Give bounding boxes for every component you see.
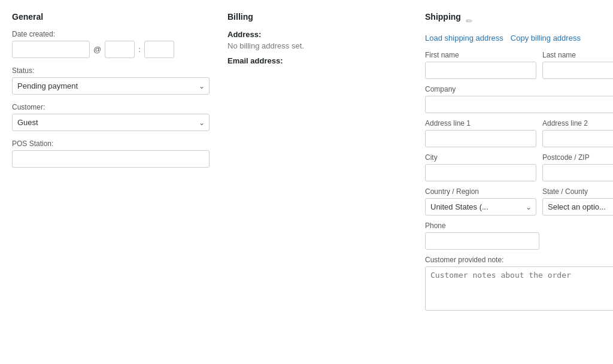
phone-input[interactable]	[425, 232, 539, 250]
minute-input[interactable]: 57	[144, 41, 174, 58]
company-input[interactable]	[425, 96, 613, 113]
copy-billing-link[interactable]: Copy billing address	[511, 34, 581, 43]
address2-label: Address line 2	[542, 119, 613, 128]
hour-input[interactable]: 10	[105, 41, 135, 58]
country-select[interactable]: United States (... Canada United Kingdom…	[425, 198, 536, 216]
customer-note-textarea[interactable]	[425, 266, 613, 311]
phone-label: Phone	[425, 222, 539, 230]
customer-label: Customer:	[12, 103, 210, 111]
state-select[interactable]: Select an optio... Alabama Alaska Arizon…	[542, 198, 613, 216]
note-label: Customer provided note:	[425, 256, 613, 264]
shipping-title: Shipping	[425, 12, 461, 22]
pos-label: POS Station:	[12, 139, 210, 148]
last-name-input[interactable]	[542, 62, 613, 79]
status-label: Status:	[12, 66, 210, 75]
at-symbol: @	[93, 45, 101, 54]
postcode-label: Postcode / ZIP	[542, 153, 613, 162]
state-label: State / County	[542, 187, 613, 196]
general-title: General	[12, 12, 210, 22]
first-name-input[interactable]	[425, 62, 536, 79]
pos-input[interactable]: Order Online POS Station	[12, 150, 210, 168]
address1-label: Address line 1	[425, 119, 536, 128]
address1-input[interactable]	[425, 130, 536, 147]
pencil-icon: ✏	[466, 16, 473, 26]
billing-title: Billing	[227, 12, 407, 22]
billing-email-label: Email address:	[227, 56, 407, 65]
date-label: Date created:	[12, 30, 210, 38]
country-label: Country / Region	[425, 187, 536, 196]
city-input[interactable]	[425, 164, 536, 181]
billing-address-value: No billing address set.	[227, 41, 407, 50]
date-input[interactable]: 2022-05-27	[12, 41, 90, 58]
customer-select[interactable]: Guest Other	[12, 114, 210, 131]
postcode-input[interactable]	[542, 164, 613, 181]
last-name-label: Last name	[542, 51, 613, 59]
first-name-label: First name	[425, 51, 536, 59]
status-select[interactable]: Pending payment Processing On hold Compl…	[12, 77, 210, 95]
address2-input[interactable]	[542, 130, 613, 147]
load-shipping-link[interactable]: Load shipping address	[425, 34, 503, 43]
city-label: City	[425, 153, 536, 162]
time-colon: :	[138, 45, 141, 54]
company-label: Company	[425, 85, 613, 93]
billing-address-label: Address:	[227, 30, 407, 39]
